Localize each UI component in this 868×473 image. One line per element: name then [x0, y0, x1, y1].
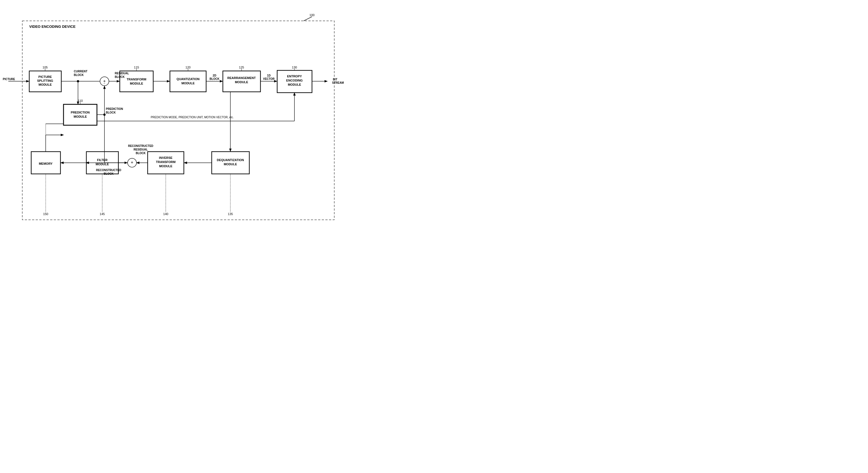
ref-105: 105 [42, 66, 48, 69]
rm-label1: REARRANGEMENT [227, 76, 256, 79]
psm-label2: SPLITTING [37, 79, 53, 82]
adder-symbol2: + [131, 160, 133, 165]
pred-block-label2: BLOCK [106, 111, 116, 114]
rm-label2: MODULE [235, 80, 248, 84]
ref-140: 140 [163, 212, 168, 216]
recon-residual-label3: BLOCK [136, 151, 146, 155]
pred-block-label1: PREDICTION [106, 107, 123, 110]
dm-label2: MODULE [224, 163, 237, 166]
diagram-container: 100 VIDEO ENCODING DEVICE PICTURE SPLITT… [0, 0, 434, 236]
recon-residual-label1: RECONSTRUCTED [128, 144, 154, 147]
residual-label2: BLOCK [115, 75, 125, 78]
device-title: VIDEO ENCODING DEVICE [29, 25, 75, 29]
ref-110: 110 [78, 99, 83, 102]
bit-stream-label1: BIT [333, 78, 337, 81]
ref-150: 150 [43, 212, 48, 216]
ref-145: 145 [100, 212, 105, 216]
pm-label1: PREDICTION [71, 111, 90, 114]
2d-block-label2: BLOCK [210, 77, 219, 80]
tm-label2: MODULE [130, 82, 143, 85]
psm-label1: PICTURE [38, 75, 52, 78]
minus-symbol: − [104, 82, 105, 85]
em-label1: ENTROPY [287, 74, 302, 78]
recon-block-label1: RECONSTRUCTED [96, 169, 121, 172]
pm-label2: MODULE [73, 115, 87, 118]
itm-label3: MODULE [159, 164, 173, 168]
current-block-label2: BLOCK [74, 73, 84, 76]
fm-label1: FILTER [97, 158, 107, 162]
1d-vector-label2: VECTOR [263, 77, 275, 80]
residual-label1: RESIDUAL [115, 72, 129, 75]
2d-block-label1: 2D [213, 74, 216, 77]
dm-label1: DEQUANTIZATION [217, 158, 244, 162]
bit-stream-label2: STREAM [332, 81, 344, 84]
picture-label: PICTURE [3, 78, 15, 81]
ref-130: 130 [292, 66, 297, 69]
1d-vector-label1: 1D [267, 74, 271, 77]
pred-mode-label: PREDICTION MODE, PREDICTION UNIT, MOTION… [151, 116, 234, 119]
ref-135: 135 [228, 212, 233, 216]
tm-label1: TRANSFORM [127, 78, 146, 81]
recon-block-label2: BLOCK [104, 172, 114, 175]
ref-125: 125 [239, 66, 244, 69]
em-label2: ENCODING [286, 79, 303, 82]
itm-label1: INVERSE [159, 156, 173, 160]
recon-residual-label2: RESIDUAL [133, 148, 148, 151]
mem-label: MEMORY [39, 162, 53, 165]
qm-label1: QUANTIZATION [177, 77, 199, 81]
svg-line-0 [304, 17, 312, 21]
ref-100: 100 [309, 13, 314, 17]
psm-label3: MODULE [38, 83, 52, 86]
itm-label2: TRANSFORM [156, 160, 176, 164]
current-block-label1: CURRENT [74, 70, 88, 73]
ref-120: 120 [186, 66, 190, 69]
ref-115: 115 [134, 66, 139, 69]
qm-label2: MODULE [181, 81, 195, 85]
em-label3: MODULE [288, 83, 301, 86]
